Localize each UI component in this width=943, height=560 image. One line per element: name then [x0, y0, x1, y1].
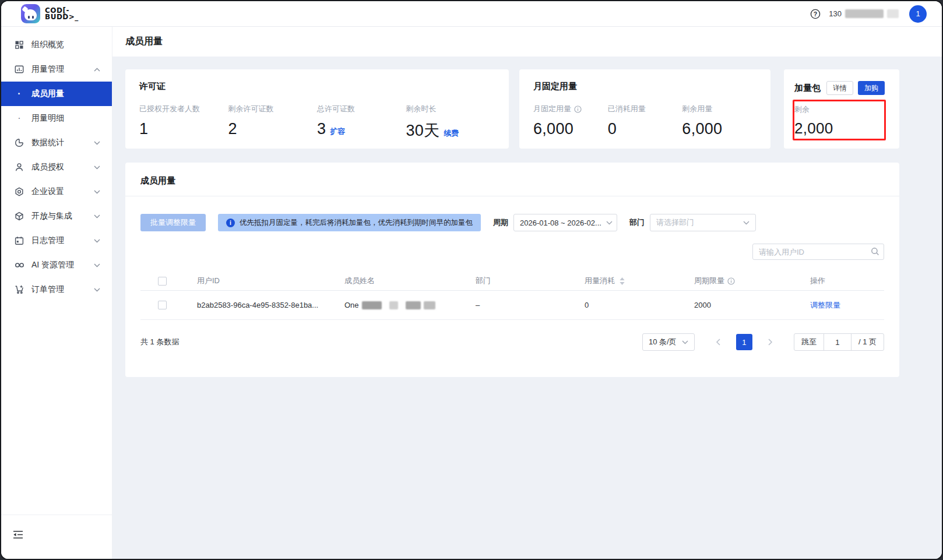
period-filter: 周期 2026-01-08 ~ 2026-02... — [493, 214, 617, 231]
avatar-text: 1 — [916, 9, 920, 18]
page-number-button[interactable]: 1 — [736, 334, 752, 350]
addon-detail-button[interactable]: 详情 — [826, 81, 853, 95]
redacted-phone — [845, 9, 884, 18]
chevron-down-icon — [94, 165, 100, 170]
pie-chart-icon — [14, 138, 24, 148]
license-card: 许可证 已授权开发者人数 1 剩余许可证数 2 总许可证数 3 扩容 — [125, 69, 509, 149]
cell-user-id: b2ab2583-96ca-4e95-8352-8e1ba... — [197, 301, 344, 309]
expand-capacity-link[interactable]: 扩容 — [330, 126, 345, 137]
info-banner: i 优先抵扣月固定量，耗完后将消耗加量包，优先消耗到期时间早的加量包 — [218, 214, 481, 231]
sidebar-item-ai-resources[interactable]: AI 资源管理 — [1, 253, 112, 277]
codebuddy-logo-icon — [21, 4, 40, 23]
chevron-down-icon — [94, 288, 100, 292]
sidebar-item-member-usage[interactable]: · 成员用量 — [1, 82, 112, 106]
monthly-quota-card: 月固定用量 月固定用量 6,000 已消耗用量 0 — [519, 69, 770, 149]
sidebar-item-org-overview[interactable]: 组织概览 — [1, 33, 112, 57]
sidebar-item-label: 日志管理 — [31, 235, 64, 246]
sidebar-footer — [1, 515, 112, 559]
sidebar-item-label: 开放与集成 — [31, 211, 72, 221]
sidebar-item-label: 企业设置 — [31, 186, 64, 197]
sort-icon[interactable] — [620, 277, 625, 285]
addon-remaining: 剩余 2,000 — [794, 104, 889, 138]
adjust-limit-link[interactable]: 调整限量 — [810, 301, 840, 309]
main-content: 成员用量 许可证 已授权开发者人数 1 剩余许可证数 2 总许可证数 — [112, 27, 942, 559]
chevron-down-icon — [682, 340, 688, 344]
chevron-down-icon — [94, 263, 100, 267]
sidebar-item-label: 数据统计 — [31, 138, 64, 148]
jump-page-input[interactable] — [824, 334, 851, 350]
sidebar-item-usage-detail[interactable]: · 用量明细 — [1, 106, 112, 131]
department-select[interactable]: 请选择部门 — [650, 214, 756, 231]
chevron-up-icon — [94, 68, 100, 72]
stat-authorized-developers: 已授权开发者人数 1 — [139, 104, 228, 141]
member-usage-panel: 成员用量 批量调整限量 i 优先抵扣月固定量，耗完后将消耗加量包，优先消耗到期时… — [125, 163, 899, 377]
chevron-down-icon — [94, 239, 100, 243]
page-header: 成员用量 — [112, 27, 942, 57]
stat-remaining-licenses: 剩余许可证数 2 — [228, 104, 318, 141]
chevron-down-icon — [94, 141, 100, 145]
license-card-title: 许可证 — [139, 81, 495, 92]
chevron-down-icon — [94, 190, 100, 194]
user-id-search-input[interactable] — [752, 244, 884, 260]
info-circle-icon — [574, 105, 582, 113]
redacted-name — [389, 301, 398, 309]
sidebar-item-member-authorization[interactable]: 成员授权 — [1, 155, 112, 179]
page-jump: 跳至 / 1 页 — [794, 333, 884, 351]
col-member-name: 成员姓名 — [344, 276, 476, 286]
table-row: b2ab2583-96ca-4e95-8352-8e1ba... One – 0… — [140, 291, 884, 320]
batch-adjust-button[interactable]: 批量调整限量 — [140, 214, 206, 231]
col-department: 部门 — [476, 276, 585, 286]
addon-buy-button[interactable]: 加购 — [858, 81, 885, 95]
row-checkbox[interactable] — [158, 301, 167, 309]
stat-cards-row: 许可证 已授权开发者人数 1 剩余许可证数 2 总许可证数 3 扩容 — [125, 69, 942, 149]
col-user-id: 用户ID — [197, 276, 344, 286]
app-window: COD[- BUDD>_ ? 130 1 组织概览 — [0, 0, 943, 560]
chevron-down-icon — [94, 214, 100, 219]
grid-icon — [14, 40, 24, 50]
redacted-name — [362, 301, 382, 309]
sidebar-item-label: 用量明细 — [31, 113, 64, 124]
member-usage-table: 用户ID 成员姓名 部门 用量消耗 周期限量 — [140, 272, 884, 320]
sidebar-item-log-management[interactable]: 日志管理 — [1, 228, 112, 253]
total-count: 共 1 条数据 — [140, 337, 179, 347]
prev-page-icon[interactable] — [710, 334, 726, 350]
logo-line2: BUDD>_ — [45, 14, 79, 20]
logo-wordmark: COD[- BUDD>_ — [45, 8, 79, 20]
sidebar-item-order-management[interactable]: 订单管理 — [1, 277, 112, 302]
select-all-checkbox[interactable] — [158, 277, 167, 286]
sidebar-item-enterprise-settings[interactable]: 企业设置 — [1, 179, 112, 204]
sidebar-item-label: 用量管理 — [31, 64, 64, 75]
collapse-sidebar-icon[interactable] — [13, 530, 23, 539]
sidebar-item-data-statistics[interactable]: 数据统计 — [1, 131, 112, 155]
page-title: 成员用量 — [125, 36, 163, 48]
period-select[interactable]: 2026-01-08 ~ 2026-02... — [513, 214, 617, 231]
panel-toolbar: 批量调整限量 i 优先抵扣月固定量，耗完后将消耗加量包，优先消耗到期时间早的加量… — [140, 214, 884, 231]
next-page-icon[interactable] — [762, 334, 779, 350]
sidebar-item-label: AI 资源管理 — [31, 260, 74, 270]
redacted-phone-2 — [887, 9, 899, 18]
monthly-card-title: 月固定用量 — [533, 81, 756, 92]
avatar[interactable]: 1 — [909, 5, 927, 23]
addon-package-card: 加量包 详情 加购 剩余 2,000 — [784, 69, 899, 149]
stat-remaining-quota: 剩余用量 6,000 — [682, 104, 756, 138]
phone-prefix: 130 — [829, 9, 842, 18]
help-circle-icon[interactable]: ? — [810, 9, 821, 19]
stat-total-licenses: 总许可证数 3 扩容 — [317, 104, 406, 141]
topbar: COD[- BUDD>_ ? 130 1 — [1, 1, 942, 27]
infinity-icon — [14, 260, 24, 270]
sidebar-item-label: 订单管理 — [31, 284, 64, 295]
cell-usage: 0 — [585, 301, 694, 309]
stat-monthly-quota: 月固定用量 6,000 — [533, 104, 608, 138]
renew-link[interactable]: 续费 — [444, 128, 459, 139]
info-circle-icon — [727, 277, 735, 285]
cell-department: – — [476, 301, 585, 309]
page-size-select[interactable]: 10 条/页 — [642, 333, 695, 351]
search-icon[interactable] — [871, 247, 879, 258]
addon-card-title: 加量包 — [794, 83, 821, 94]
sidebar-item-open-integration[interactable]: 开放与集成 — [1, 204, 112, 228]
col-actions: 操作 — [810, 276, 884, 286]
sidebar-item-usage-management[interactable]: 用量管理 — [1, 57, 112, 82]
panel-title: 成员用量 — [140, 175, 175, 185]
department-filter: 部门 请选择部门 — [629, 214, 756, 231]
cell-member-name: One — [344, 301, 476, 309]
